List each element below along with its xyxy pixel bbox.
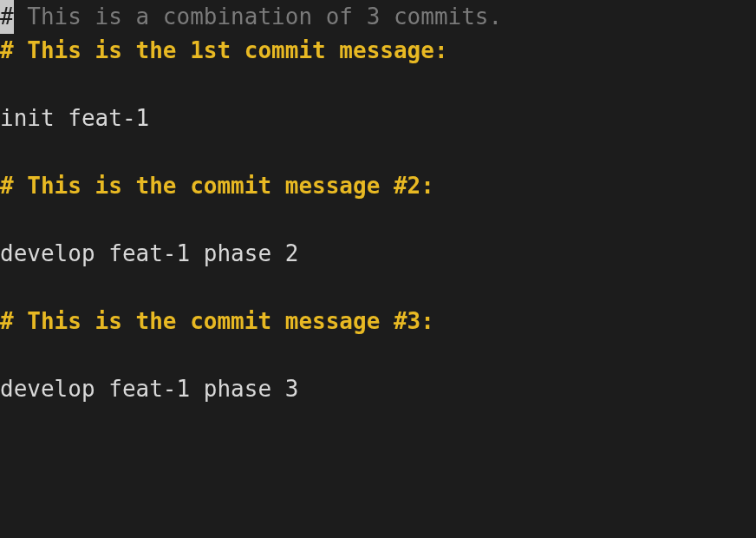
comment-header: This is the commit message #2: — [14, 173, 434, 199]
comment-hash: # — [0, 37, 14, 63]
editor-line: develop feat-1 phase 2 — [0, 237, 756, 271]
cursor: # — [0, 0, 14, 34]
editor-line — [0, 135, 756, 169]
comment-header: This is the commit message #3: — [14, 308, 434, 334]
editor-line: develop feat-1 phase 3 — [0, 372, 756, 406]
comment-hash: # — [0, 173, 14, 199]
editor-line — [0, 271, 756, 305]
editor-line: # This is the 1st commit message: — [0, 34, 756, 68]
editor-line — [0, 203, 756, 237]
commit-body: develop feat-1 phase 2 — [0, 240, 298, 266]
comment-text: This is a combination of 3 commits. — [14, 3, 503, 30]
editor-line: # This is the commit message #2: — [0, 169, 756, 203]
commit-message-editor[interactable]: # This is a combination of 3 commits. # … — [0, 0, 756, 406]
commit-body: init feat-1 — [0, 105, 149, 131]
editor-line: # This is the commit message #3: — [0, 305, 756, 338]
editor-line: # This is a combination of 3 commits. — [0, 0, 756, 34]
editor-line: init feat-1 — [0, 102, 756, 135]
editor-line — [0, 338, 756, 372]
commit-body: develop feat-1 phase 3 — [0, 376, 298, 402]
comment-header: This is the 1st commit message: — [14, 37, 448, 63]
comment-hash: # — [0, 308, 14, 334]
editor-line — [0, 68, 756, 102]
